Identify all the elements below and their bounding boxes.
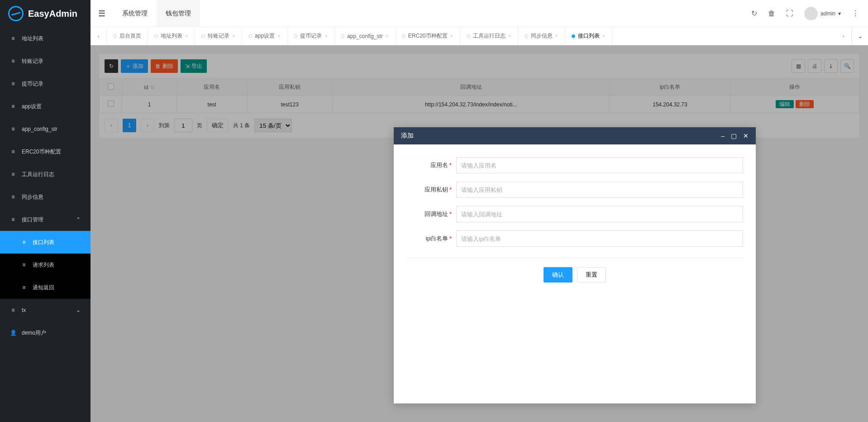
tab-label: 同步信息 [531,32,553,40]
tab-label: 接口列表 [578,32,600,40]
sidebar-item-label: 请求列表 [33,261,54,269]
list-icon: ≡ [21,239,27,245]
tab[interactable]: ERC20币种配置× [396,27,460,45]
user-dropdown[interactable]: admin ▾ [804,7,841,20]
sidebar-item-label: 地址列表 [22,35,43,43]
tab-dot-icon [248,34,252,38]
form-row: 应用名* [406,157,743,173]
sidebar-item-label: 接口管理 [22,216,43,224]
close-icon[interactable]: × [450,33,453,39]
tab-label: 提币记录 [300,32,322,40]
close-icon[interactable]: × [185,33,188,39]
refresh-icon[interactable]: ↻ [751,9,757,18]
tab[interactable]: 地址列表× [148,27,195,45]
form-input[interactable] [456,206,743,222]
tab-scroll-left[interactable]: ‹ [91,27,107,45]
chevron-up-icon: ⌃ [76,216,81,223]
form-row: 回调地址* [406,206,743,222]
confirm-button[interactable]: 确认 [544,267,572,283]
reset-button[interactable]: 重置 [577,267,606,283]
top-menu: 系统管理钱包管理 [113,0,200,27]
logo-icon [6,4,25,23]
list-icon: 👤 [10,330,16,336]
close-icon[interactable]: × [232,33,235,39]
tab[interactable]: 转账记录× [195,27,242,45]
sidebar-item[interactable]: ≡ERC20币种配置 [0,140,91,163]
sidebar-item[interactable]: ≡tx⌄ [0,299,91,321]
tab-scroll-right[interactable]: › [835,27,852,45]
tab[interactable]: 同步信息× [518,27,565,45]
sidebar-item[interactable]: ≡转账记录 [0,50,91,72]
tab[interactable]: 接口列表× [565,27,612,45]
list-icon: ≡ [10,149,16,155]
form-input[interactable] [456,157,743,173]
sidebar: EasyAdmin ≡地址列表≡转账记录≡提币记录≡app设置≡app_conf… [0,0,91,422]
sidebar-item-label: app设置 [22,103,42,110]
sidebar-item[interactable]: ≡同步信息 [0,186,91,208]
sidebar-collapse-button[interactable]: ☰ [91,0,113,27]
tab-menu-toggle[interactable]: ⌄ [852,27,868,45]
modal-title: 添加 [401,132,414,140]
close-icon[interactable]: × [602,33,606,39]
tab-dot-icon [154,34,158,38]
sidebar-item[interactable]: ≡请求列表 [0,254,91,276]
tab-bar: ‹ 后台首页地址列表×转账记录×app设置×提币记录×app_config_st… [91,27,868,45]
tab[interactable]: app_config_str× [334,27,396,45]
sidebar-item[interactable]: ≡app_config_str [0,118,91,140]
header-left: ☰ 系统管理钱包管理 [91,0,200,27]
fullscreen-icon[interactable]: ⛶ [786,10,793,18]
form-label: 应用私钥* [406,186,456,194]
tab-label: 地址列表 [161,32,182,40]
main: ☰ 系统管理钱包管理 ↻ 🗑 ⛶ admin ▾ ⋮ ‹ 后台首页地址列表×转账… [91,0,868,422]
avatar [804,7,818,20]
tab-dot-icon [341,34,344,38]
close-icon[interactable]: × [508,33,511,39]
tab[interactable]: 提币记录× [287,27,334,45]
sidebar-item-label: app_config_str [22,126,57,132]
sidebar-item-label: 通知返回 [33,284,54,292]
form-label: 回调地址* [406,210,456,218]
form-row: 应用私钥* [406,182,743,198]
tab[interactable]: 工具运行日志× [460,27,518,45]
minimize-icon[interactable]: – [721,132,725,139]
tab[interactable]: 后台首页 [107,27,148,45]
sidebar-item[interactable]: ≡接口管理⌃ [0,208,91,231]
sidebar-item[interactable]: ≡工具运行日志 [0,163,91,186]
modal-divider [406,258,743,258]
header-right: ↻ 🗑 ⛶ admin ▾ ⋮ [751,7,868,20]
tab-label: app_config_str [347,33,383,39]
modal-body: 应用名* 应用私钥* 回调地址* ip白名单* 确认 重置 [394,144,756,403]
add-modal: 添加 – ▢ ✕ 应用名* 应用私钥* 回调地址* ip白名单* 确认 重置 [394,127,756,403]
close-icon[interactable]: × [555,33,558,39]
tab-label: ERC20币种配置 [408,32,448,40]
sidebar-item[interactable]: ≡地址列表 [0,27,91,50]
tab-dot-icon [467,34,470,38]
sidebar-item-label: tx [22,307,26,313]
tab-dot-icon [525,34,528,38]
chevron-down-icon: ⌄ [76,307,81,313]
close-icon[interactable]: ✕ [743,132,749,139]
sidebar-item-label: ERC20币种配置 [22,148,61,156]
list-icon: ≡ [21,284,27,291]
form-input[interactable] [456,182,743,198]
sidebar-item[interactable]: ≡通知返回 [0,276,91,299]
sidebar-item[interactable]: 👤demo用户 [0,321,91,344]
maximize-icon[interactable]: ▢ [731,132,737,139]
trash-icon[interactable]: 🗑 [768,10,775,18]
modal-actions: 确认 重置 [406,267,743,283]
tab-dot-icon [572,34,575,38]
more-icon[interactable]: ⋮ [852,9,859,18]
sidebar-item[interactable]: ≡提币记录 [0,72,91,95]
top-menu-item[interactable]: 钱包管理 [157,0,200,27]
close-icon[interactable]: × [386,33,389,39]
sidebar-item[interactable]: ≡接口列表 [0,231,91,254]
close-icon[interactable]: × [324,33,328,39]
brand-text: EasyAdmin [28,9,77,19]
tab[interactable]: app设置× [242,27,287,45]
top-menu-item[interactable]: 系统管理 [113,0,157,27]
form-input[interactable] [456,230,743,247]
sidebar-item[interactable]: ≡app设置 [0,95,91,118]
list-icon: ≡ [10,216,16,223]
list-icon: ≡ [21,262,27,268]
close-icon[interactable]: × [277,33,281,39]
